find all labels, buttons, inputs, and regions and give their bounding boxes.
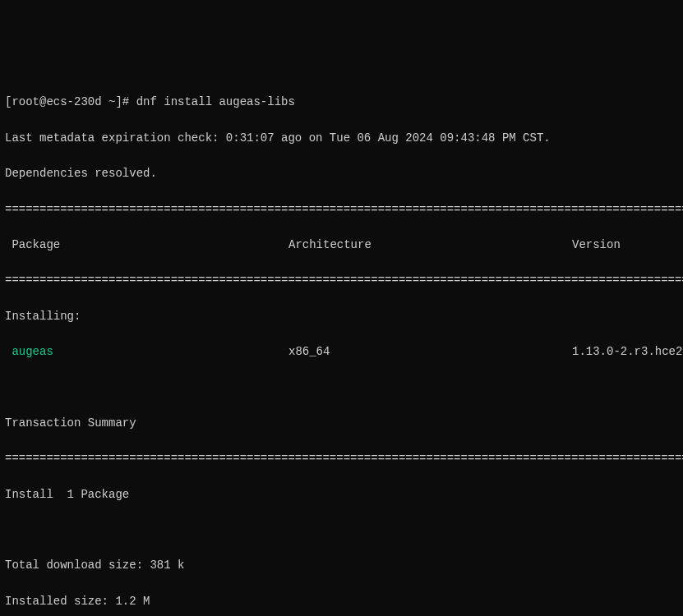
blank-line [5, 379, 683, 397]
blank-line [5, 522, 683, 540]
package-version: 1.13.0-2.r3.hce2 [572, 343, 683, 361]
header-architecture: Architecture [288, 237, 572, 255]
transaction-summary: Transaction Summary [5, 415, 683, 433]
divider: ========================================… [5, 201, 683, 219]
package-row: augeasx86_641.13.0-2.r3.hce2 [5, 343, 683, 361]
prompt-line: [root@ecs-230d ~]# dnf install augeas-li… [5, 94, 683, 112]
package-arch: x86_64 [288, 343, 572, 361]
table-header: PackageArchitectureVersion [5, 237, 683, 255]
deps-resolved: Dependencies resolved. [5, 165, 683, 183]
divider: ========================================… [5, 272, 683, 290]
install-count: Install 1 Package [5, 486, 683, 504]
command-text: dnf install augeas-libs [136, 95, 295, 108]
header-version: Version [572, 237, 683, 255]
metadata-line: Last metadata expiration check: 0:31:07 … [5, 130, 683, 148]
installing-label: Installing: [5, 308, 683, 326]
installed-size: Installed size: 1.2 M [5, 593, 683, 611]
divider: ========================================… [5, 450, 683, 468]
terminal-output: [root@ecs-230d ~]# dnf install augeas-li… [5, 76, 683, 616]
shell-prompt: [root@ecs-230d ~]# [5, 95, 136, 108]
header-package: Package [5, 237, 288, 255]
download-size: Total download size: 381 k [5, 557, 683, 575]
package-name-cell: augeas [5, 343, 288, 361]
package-name: augeas [12, 345, 53, 358]
